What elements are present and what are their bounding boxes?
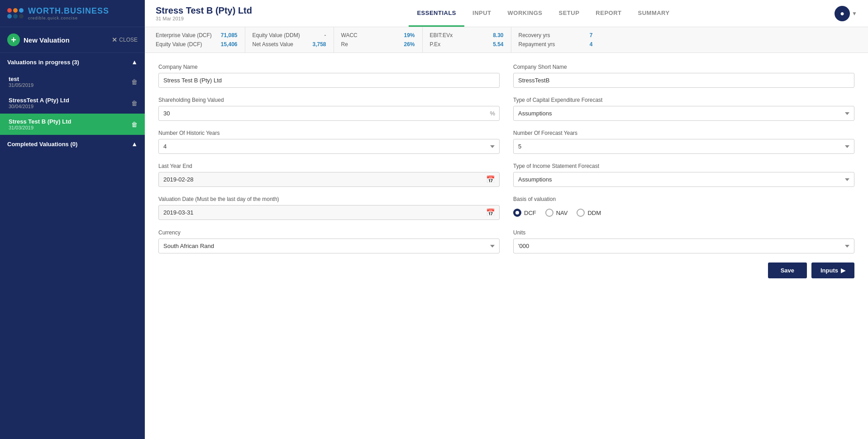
inputs-arrow-icon: ▶ [841,267,845,274]
forecast-years-select[interactable]: 1 2 3 4 5 [513,139,854,154]
dot-5 [13,14,18,19]
metric-group: Recovery yrs 7 Repayment yrs 4 [519,27,600,52]
tab-workings[interactable]: WORKINGS [500,0,551,27]
delete-valuation-icon[interactable]: 🗑 [131,100,138,107]
new-valuation-bar: + New Valuation ✕ CLOSE [0,27,145,53]
tab-summary[interactable]: SUMMARY [630,0,678,27]
last-year-end-label: Last Year End [158,163,500,169]
historic-years-label: Number Of Historic Years [158,130,500,136]
dot-6 [19,14,24,19]
metric-row: WACC 19% [341,31,415,40]
calendar-icon[interactable]: 📅 [486,175,495,184]
shareholding-input[interactable] [158,106,500,121]
radio-ddm-circle [577,209,585,217]
sidebar: WORTH.BUSINESS credible.quick.concise + … [0,0,145,439]
logo-main: WORTH.BUSINESS [28,6,109,16]
metric-group: Equity Value (DDM) - Net Assets Value 3,… [253,27,334,52]
delete-valuation-icon[interactable]: 🗑 [131,78,138,86]
logo-business: BUSINESS [64,6,109,15]
metrics-bar: Enterprise Value (DCF) 71,085 Equity Val… [145,27,868,53]
company-name: Stress Test B (Pty) Ltd [156,5,252,16]
logo-text: WORTH.BUSINESS credible.quick.concise [28,6,109,20]
last-year-end-input[interactable] [158,172,500,187]
units-select[interactable]: '000 Units Millions [513,239,854,253]
company-short-name-input[interactable] [513,73,854,88]
valuation-date: 30/04/2019 [9,104,69,109]
radio-dcf[interactable]: DCF [513,209,536,217]
close-label: CLOSE [119,37,138,43]
radio-nav-label: NAV [556,210,568,216]
completed-chevron[interactable]: ▲ [131,140,138,148]
sidebar-valuation-item[interactable]: Stress Test B (Pty) Ltd 31/03/2019 🗑 [0,114,145,135]
dot-4 [7,14,12,19]
metric-label: Recovery yrs [519,32,550,38]
forecast-years-group: Number Of Forecast Years 1 2 3 4 5 [513,130,854,154]
metric-value: - [324,32,326,38]
basis-radio-group: DCF NAV DDM [513,205,854,220]
shareholding-group: Shareholding Being Valued % [158,97,500,121]
currency-group: Currency South African Rand USD EUR [158,229,500,253]
close-x-icon: ✕ [112,36,117,43]
main-content: Stress Test B (Pty) Ltd 31 Mar 2019 ESSE… [145,0,868,439]
radio-nav-circle [545,209,553,217]
logo-area: WORTH.BUSINESS credible.quick.concise [0,0,145,27]
company-name-label: Company Name [158,64,500,70]
company-short-name-group: Company Short Name [513,64,854,88]
inputs-label: Inputs [820,267,838,274]
form-row-1: Company Name Company Short Name [158,64,854,88]
metric-row: Recovery yrs 7 [519,31,593,40]
metric-row: Equity Value (DCF) 15,406 [156,40,238,49]
basis-group: Basis of valuation DCF NAV DDM [513,196,854,220]
tab-report[interactable]: REPORT [587,0,630,27]
user-caret-icon[interactable]: ▼ [852,10,857,17]
valuation-info: Stress Test B (Pty) Ltd 31/03/2019 [9,118,71,130]
radio-nav[interactable]: NAV [545,209,568,217]
tab-input[interactable]: INPUT [464,0,500,27]
inputs-button[interactable]: Inputs ▶ [811,262,854,278]
tab-setup[interactable]: SETUP [550,0,587,27]
valuation-calendar-icon[interactable]: 📅 [486,208,495,217]
forecast-years-label: Number Of Forecast Years [513,130,854,136]
units-group: Units '000 Units Millions [513,229,854,253]
capex-select[interactable]: Assumptions Manual [513,106,854,121]
in-progress-chevron[interactable]: ▲ [131,58,138,66]
metric-group: Enterprise Value (DCF) 71,085 Equity Val… [156,27,245,52]
new-valuation-button[interactable]: + New Valuation [7,33,70,46]
metric-value: 3,758 [313,41,326,48]
sidebar-valuation-item[interactable]: StressTest A (Pty) Ltd 30/04/2019 🗑 [0,92,145,114]
action-row: Save Inputs ▶ [158,262,854,278]
metric-group: EBIT:EVx 8.30 P.Ex 5.54 [430,27,511,52]
metric-label: WACC [341,32,358,38]
radio-ddm-label: DDM [587,210,601,216]
company-short-name-label: Company Short Name [513,64,854,70]
delete-valuation-icon[interactable]: 🗑 [131,121,138,128]
income-forecast-group: Type of Income Statement Forecast Assump… [513,163,854,187]
metric-value: 19% [404,32,415,38]
save-button[interactable]: Save [768,262,807,278]
sidebar-valuation-item[interactable]: test 31/05/2019 🗑 [0,71,145,92]
user-icon[interactable]: ● [835,6,850,21]
income-forecast-select[interactable]: Assumptions Manual [513,172,854,187]
dot-3 [19,8,24,13]
historic-years-select[interactable]: 1 2 3 4 5 [158,139,500,154]
units-label: Units [513,229,854,236]
form-row-4: Last Year End 📅 Type of Income Statement… [158,163,854,187]
shareholding-input-wrapper: % [158,106,500,121]
company-name-input[interactable] [158,73,500,88]
metric-label: P.Ex [430,41,441,48]
plus-icon: + [7,33,20,46]
valuation-info: test 31/05/2019 [9,76,33,88]
valuation-info: StressTest A (Pty) Ltd 30/04/2019 [9,97,69,109]
valuation-name: test [9,76,33,82]
completed-title: Completed Valuations (0) [7,141,77,148]
close-button[interactable]: ✕ CLOSE [112,36,138,43]
in-progress-title: Valuations in progress (3) [7,59,79,66]
tab-essentials[interactable]: ESSENTIALS [409,0,464,27]
radio-dcf-circle [513,209,521,217]
metric-row: Re 26% [341,40,415,49]
valuation-date-input[interactable] [158,205,500,220]
radio-ddm[interactable]: DDM [577,209,601,217]
company-date: 31 Mar 2019 [156,16,252,21]
currency-select[interactable]: South African Rand USD EUR [158,239,500,253]
metric-label: Equity Value (DDM) [253,32,300,38]
